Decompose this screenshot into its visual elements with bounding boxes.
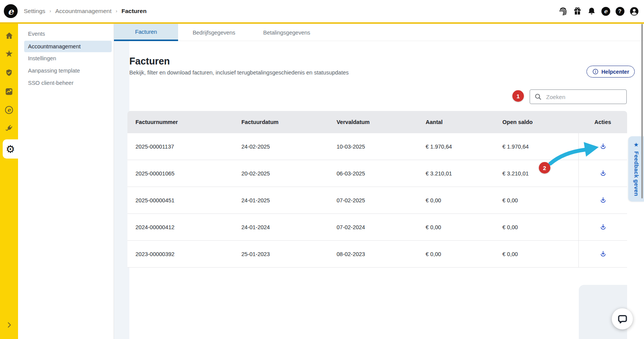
breadcrumb-separator-icon: › [50,8,51,14]
sidebar-item-events[interactable]: Events [24,28,112,40]
breadcrumb: Settings › Accountmanagement › Facturen [24,0,147,22]
app-screen: e Settings › Accountmanagement › Facture… [0,0,644,339]
icon-rail: ★ e ⚙ [0,24,18,339]
tab-bedrijfsgegevens[interactable]: Bedrijfsgegevens [178,24,250,41]
vertical-scrollbar[interactable] [641,24,643,198]
annotation-step-1-badge: 1 [512,90,524,102]
chat-button[interactable] [612,308,633,329]
security-shield-icon[interactable] [0,67,18,78]
brand-logo-letter: e [8,6,13,17]
table-row: 2025-00001137 24-02-2025 10-03-2025 € 1.… [127,133,627,160]
download-icon [599,196,607,204]
table-body: 2025-00001137 24-02-2025 10-03-2025 € 1.… [127,133,627,268]
cell-acties [578,187,627,213]
table-row: 2023-00000392 25-01-2023 08-02-2023 € 0,… [127,241,627,268]
download-icon [599,142,607,150]
gift-icon[interactable] [572,6,582,16]
search-icon [534,93,542,101]
download-invoice-button[interactable] [598,222,609,233]
cell-factuurnummer: 2025-00001065 [135,160,241,187]
cell-vervaldatum: 10-03-2025 [337,133,426,160]
cell-vervaldatum: 06-03-2025 [337,160,426,187]
favorites-star-icon[interactable]: ★ [0,48,18,59]
page-subtitle: Bekijk, filter en download facturen, inc… [129,69,349,76]
tab-facturen[interactable]: Facturen [114,24,178,41]
brand-e-rail-icon[interactable]: e [0,104,18,115]
cell-aantal: € 3.210,01 [426,160,502,187]
cell-factuurnummer: 2025-00001137 [135,133,241,160]
cell-aantal: € 0,00 [426,214,502,240]
cell-factuurnummer: 2025-00000451 [135,187,241,213]
download-invoice-button[interactable] [598,141,609,152]
feedback-label: Feedback geven [633,151,639,196]
helpcenter-label: Helpcenter [601,69,629,75]
cell-acties [578,160,627,187]
cell-open-saldo: € 1.970,64 [502,133,578,160]
fingerprint-icon[interactable] [558,6,568,16]
cell-factuurdatum: 24-01-2024 [241,214,337,240]
cell-factuurdatum: 24-01-2025 [241,187,337,213]
cell-factuurdatum: 24-02-2025 [241,133,337,160]
column-header-acties: Acties [578,119,627,125]
column-header-factuurdatum: Factuurdatum [241,119,337,125]
column-header-factuurnummer: Factuurnummer [135,119,241,125]
expand-rail-chevron-icon[interactable] [0,319,18,330]
column-header-vervaldatum: Vervaldatum [337,119,426,125]
cell-aantal: € 0,00 [426,187,502,213]
table-row: 2024-00000412 24-01-2024 07-02-2024 € 0,… [127,214,627,241]
settings-icon[interactable]: ⚙ [3,139,18,159]
statistics-chart-icon[interactable] [0,86,18,97]
cell-factuurnummer: 2023-00000392 [135,241,241,267]
cell-aantal: € 0,00 [426,241,502,267]
topbar-icon-group: e ? [558,0,639,22]
cell-open-saldo: € 0,00 [502,214,578,240]
brand-e-icon[interactable]: e [601,6,611,16]
cell-aantal: € 1.970,64 [426,133,502,160]
cell-vervaldatum: 07-02-2024 [337,214,426,240]
feedback-star-icon: ★ [634,141,639,148]
breadcrumb-item-current: Facturen [122,8,147,15]
cell-open-saldo: € 0,00 [502,187,578,213]
annotation-step-2-badge: 2 [539,162,550,174]
helpcenter-button[interactable]: Helpcenter [586,66,635,78]
search-box [530,89,627,104]
cell-acties [578,214,627,240]
download-invoice-button[interactable] [598,248,609,260]
download-icon [599,169,607,177]
download-invoice-button[interactable] [598,168,609,179]
search-input[interactable] [546,94,623,100]
integrations-plug-icon[interactable] [0,123,18,134]
download-icon [599,250,607,258]
cell-acties [578,133,627,160]
cell-factuurnummer: 2024-00000412 [135,214,241,240]
content-gutter [114,41,129,339]
cell-open-saldo: € 0,00 [502,241,578,267]
download-icon [599,223,607,231]
table-header-row: Factuurnummer Factuurdatum Vervaldatum A… [127,111,627,133]
cell-acties [578,241,627,267]
account-icon[interactable] [629,6,639,16]
cell-factuurdatum: 20-02-2025 [241,160,337,187]
breadcrumb-separator-icon: › [116,8,117,14]
tab-betalingsgegevens[interactable]: Betalingsgegevens [250,24,324,41]
breadcrumb-item-settings[interactable]: Settings [24,8,45,15]
chat-bubble-icon [617,313,628,325]
cell-vervaldatum: 08-02-2023 [337,241,426,267]
top-bar: e Settings › Accountmanagement › Facture… [0,0,644,22]
brand-logo[interactable]: e [4,4,18,18]
sidebar-item-instellingen[interactable]: Instellingen [24,53,112,64]
download-invoice-button[interactable] [598,195,609,206]
invoices-table: Factuurnummer Factuurdatum Vervaldatum A… [127,111,627,268]
breadcrumb-item-accountmanagement[interactable]: Accountmanagement [55,8,111,15]
cell-factuurdatum: 25-01-2023 [241,241,337,267]
sidebar-item-sso-client-beheer[interactable]: SSO client-beheer [24,77,112,89]
help-icon[interactable]: ? [615,6,625,16]
table-row: 2025-00000451 24-01-2025 07-02-2025 € 0,… [127,187,627,214]
bell-icon[interactable] [586,6,596,16]
home-icon[interactable] [0,30,18,41]
settings-sidebar: Events Accountmanagement Instellingen Aa… [18,24,114,339]
sidebar-item-aanpassing-template[interactable]: Aanpassing template [24,65,112,76]
sidebar-item-accountmanagement[interactable]: Accountmanagement [24,41,112,52]
info-icon [592,68,599,75]
column-header-open-saldo: Open saldo [502,119,578,125]
